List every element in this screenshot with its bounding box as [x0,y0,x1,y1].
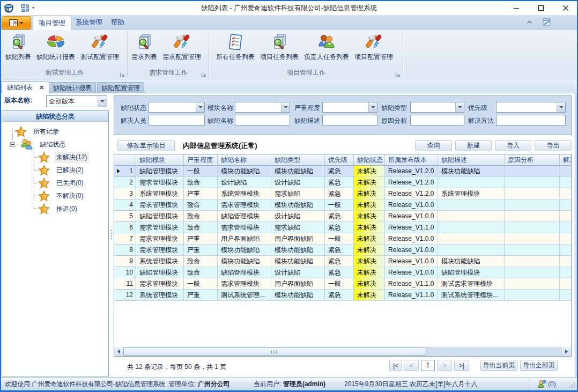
close-button[interactable] [553,1,578,15]
grid-cell[interactable]: 测试系统管理模块... [438,290,505,301]
grid-cell[interactable]: 需求管理模块 [136,199,184,211]
ribbon-button-负责人任务列表[interactable]: 负责人任务列表 [301,31,352,61]
grid-row-header[interactable]: 5 [114,211,136,222]
grid-cell[interactable]: 系统管理模块 [218,188,271,199]
grid-cell[interactable]: 未解决 [354,199,385,211]
grid-header-缺陷名称[interactable]: 缺陷名称 [218,154,271,166]
grid-cell[interactable]: 一般 [184,278,218,290]
grid-cell[interactable]: Release_V1.2.0 [385,166,438,177]
grid-cell[interactable]: 致命 [184,256,218,267]
grid-cell[interactable] [560,188,572,199]
grid-cell[interactable]: 未解决 [354,222,385,233]
grid-cell[interactable]: 设计缺陷 [271,177,325,188]
grid-cell[interactable]: 模块功能缺陷 [218,256,271,267]
filter-combo-优先级[interactable] [496,102,566,113]
grid-cell[interactable]: 一般 [325,233,354,245]
grid-cell[interactable] [505,278,560,290]
grid-cell[interactable] [505,267,560,278]
grid-row-7[interactable]: 7需求管理模块严重用户界面缺陷用户界面缺陷一般未解决Release_V1.0.0 [114,233,572,245]
grid-cell[interactable]: 严重 [184,188,218,199]
grid-cell[interactable] [438,233,505,245]
pager-button-last[interactable]: >| [454,360,469,371]
grid-cell[interactable]: 紧急 [325,245,354,256]
export-all-pages-button[interactable]: 导出全部页 [520,360,558,371]
filter-input-解决方法[interactable] [496,115,566,125]
grid-header-缺陷状态[interactable]: 缺陷状态 [354,154,385,166]
dialog-launcher-icon[interactable] [395,71,401,77]
close-tab-icon[interactable]: ✕ [39,84,44,91]
grid-cell[interactable]: 用户界面缺陷 [271,278,325,290]
application-menu-button[interactable] [2,16,31,29]
grid-cell[interactable]: Release_V1.1.0 [385,290,438,301]
grid-cell[interactable]: 致命 [184,199,218,211]
grid-cell[interactable]: 需求管理模块 [218,222,271,233]
grid-row-10[interactable]: 10缺陷管理模块致命缺陷管理模块设计缺陷紧急未解决Release_V1.0.0缺… [114,267,572,278]
grid-cell[interactable]: Release_V1.0.0 [385,267,438,278]
filter-combo-严重程度[interactable] [322,102,377,113]
grid-cell[interactable]: 致命 [184,267,218,278]
grid-cell[interactable]: 设计缺陷 [218,177,271,188]
grid-cell[interactable]: 设计缺陷 [271,211,325,222]
grid-cell[interactable]: 缺陷管理模块 [136,166,184,177]
grid-cell[interactable]: 严重 [184,233,218,245]
grid-cell[interactable] [438,245,505,256]
grid-cell[interactable]: 未解决 [354,267,385,278]
doc-tab-缺陷统计报表[interactable]: 缺陷统计报表 [49,82,96,93]
dialog-launcher-icon[interactable] [120,71,125,77]
grid-cell[interactable]: 测试需求管理模块 [438,278,505,290]
grid-cell[interactable]: 紧急 [325,188,354,199]
grid-row-2[interactable]: 2需求管理模块致命设计缺陷设计缺陷紧急未解决Release_V1.2.0 [114,177,572,188]
grid-cell[interactable]: 未解决 [354,177,385,188]
grid-cell[interactable]: 一般 [325,199,354,211]
grid-cell[interactable] [560,245,572,256]
grid-cell[interactable]: 需求缺陷 [271,188,325,199]
grid-cell[interactable]: Release_V1.1.0 [385,278,438,290]
grid-row-6[interactable]: 6需求管理模块致命需求管理模块需求缺陷紧急未解决Release_V1.1.0 [114,222,572,233]
grid-header-缺陷类型[interactable]: 缺陷类型 [271,154,325,166]
tree-item-缺陷状态[interactable]: 缺陷状态 [20,138,68,151]
ribbon-button-所有任务列表[interactable]: 所有任务列表 [213,31,257,61]
minimize-button[interactable] [504,1,529,15]
grid-cell[interactable]: 模块功能缺陷 [271,245,325,256]
ribbon-tab-项目管理[interactable]: 项目管理 [33,16,71,30]
grid-header-缺陷模块[interactable]: 缺陷模块 [136,154,184,166]
combo-arrow-icon[interactable] [196,102,204,112]
grid-cell[interactable]: 系统管理模块 [136,290,184,301]
grid-row-header[interactable]: 8 [114,245,136,256]
tree-expand-icon[interactable] [10,142,15,147]
version-combo[interactable]: 全部版本 [46,95,107,107]
grid-cell[interactable]: 设计缺陷 [271,267,325,278]
grid-row-1[interactable]: 1缺陷管理模块一般模块功能缺陷模块功能缺陷紧急未解决Release_V1.2.0… [114,166,572,177]
grid-cell[interactable]: Release_V1.0.0 [385,245,438,256]
grid-cell[interactable] [438,222,505,233]
grid-cell[interactable] [505,199,560,211]
grid-cell[interactable]: Release_V1.0.0 [385,233,438,245]
grid-cell[interactable]: 系统管理模块 [438,188,505,199]
grid-header-严重程度[interactable]: 严重程度 [184,154,218,166]
grid-cell[interactable]: 需求管理模块 [136,233,184,245]
version-combo-arrow-icon[interactable] [98,96,107,107]
combo-arrow-icon[interactable] [455,102,464,112]
grid-cell[interactable]: 致命 [184,211,218,222]
ribbon-button-缺陷列表[interactable]: 缺陷列表 [3,31,34,61]
grid-cell[interactable]: 缺陷管理模块 [438,267,505,278]
grid-cell[interactable]: 需求管理模块 [136,245,184,256]
grid-cell[interactable]: 需求缺陷 [271,222,325,233]
grid-cell[interactable]: 一般 [184,166,218,177]
grid-cell[interactable]: Release_V1.0.0 [385,211,438,222]
scrollbar-thumb[interactable] [123,347,426,356]
grid-cell[interactable]: 模块功能缺陷 [271,199,325,211]
filter-combo-缺陷类型[interactable] [410,102,464,113]
filter-input-缺陷名称[interactable] [235,115,290,125]
statusbar-message-count[interactable]: (0) [548,378,556,390]
horizontal-scrollbar[interactable] [114,347,571,356]
ribbon-button-项目任务列表[interactable]: 项目任务列表 [257,31,301,61]
grid-row-11[interactable]: 11需求管理模块一般需求管理模块用户界面缺陷一般未解决Release_V1.1.… [114,278,572,290]
ribbon-button-项目配置管理[interactable]: 项目配置管理 [352,31,396,61]
grid-cell[interactable]: 缺陷管理模块 [136,211,184,222]
grid-cell[interactable]: 紧急 [325,256,354,267]
tree-item-已关闭(0)[interactable]: 已关闭(0) [38,176,86,189]
grid-cell[interactable] [505,256,560,267]
filter-combo-缺陷状态[interactable] [149,102,205,113]
grid-cell[interactable] [438,211,505,222]
